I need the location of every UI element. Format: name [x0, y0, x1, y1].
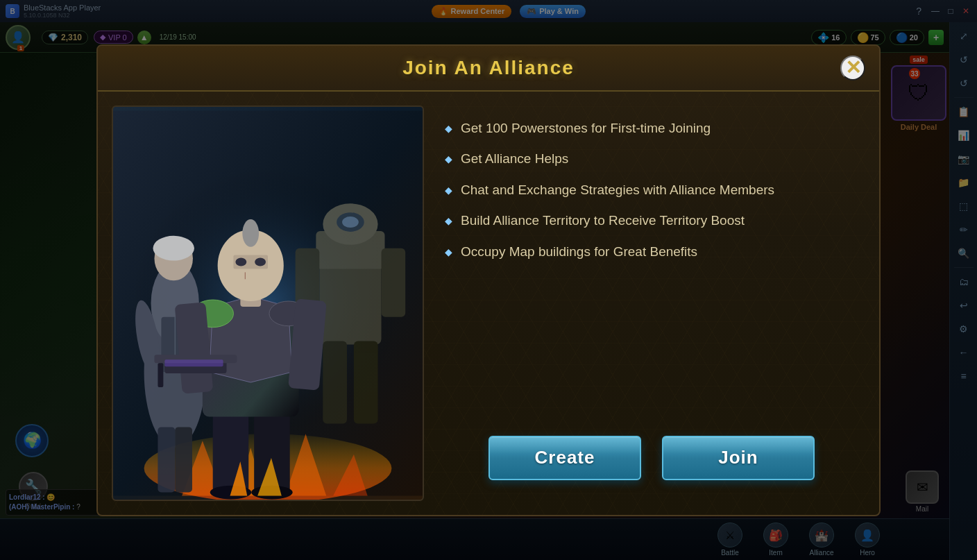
benefit-item-3: ◆ Chat and Exchange Strategies with Alli… [445, 181, 858, 200]
diamond-icon-1: ◆ [445, 122, 452, 136]
join-alliance-button[interactable]: Join [662, 436, 815, 480]
create-alliance-button[interactable]: Create [488, 436, 641, 480]
dialog-characters-image [112, 105, 424, 501]
svg-rect-16 [175, 427, 192, 492]
benefit-item-2: ◆ Get Alliance Helps [445, 150, 858, 169]
benefit-text-4: Build Alliance Territory to Receive Terr… [461, 212, 745, 230]
benefit-text-2: Get Alliance Helps [461, 150, 568, 169]
dialog-right-content: ◆ Get 100 Powerstones for First-time Joi… [438, 105, 865, 501]
dialog-body: ◆ Get 100 Powerstones for First-time Joi… [98, 92, 879, 515]
benefit-item-4: ◆ Build Alliance Territory to Receive Te… [445, 212, 858, 230]
svg-point-10 [153, 235, 194, 260]
benefit-text-3: Chat and Exchange Strategies with Allian… [461, 181, 774, 200]
diamond-icon-2: ◆ [445, 153, 452, 167]
svg-rect-25 [354, 341, 378, 423]
svg-rect-24 [323, 341, 347, 423]
dialog-actions: Create Join [445, 422, 858, 487]
benefit-text-5: Occupy Map buildings for Great Benefits [461, 243, 697, 262]
dialog-overlay: Join An Alliance ✕ [0, 0, 977, 560]
svg-rect-23 [382, 248, 406, 316]
benefits-list: ◆ Get 100 Powerstones for First-time Joi… [445, 119, 858, 262]
benefit-item-5: ◆ Occupy Map buildings for Great Benefit… [445, 243, 858, 262]
svg-rect-15 [158, 427, 175, 492]
dialog-close-button[interactable]: ✕ [840, 56, 865, 80]
diamond-icon-4: ◆ [445, 214, 452, 228]
svg-point-43 [235, 257, 246, 266]
alliance-dialog: Join An Alliance ✕ [96, 44, 881, 516]
svg-rect-38 [164, 359, 223, 366]
diamond-icon-5: ◆ [445, 246, 452, 260]
dialog-title: Join An Alliance [114, 57, 863, 79]
benefit-text-1: Get 100 Powerstones for First-time Joini… [461, 119, 711, 138]
svg-point-44 [255, 257, 266, 266]
diamond-icon-3: ◆ [445, 184, 452, 198]
svg-point-41 [242, 219, 259, 247]
svg-point-21 [342, 217, 359, 228]
benefit-item-1: ◆ Get 100 Powerstones for First-time Joi… [445, 119, 858, 138]
dialog-header: Join An Alliance ✕ [98, 46, 879, 92]
svg-rect-37 [158, 363, 163, 387]
